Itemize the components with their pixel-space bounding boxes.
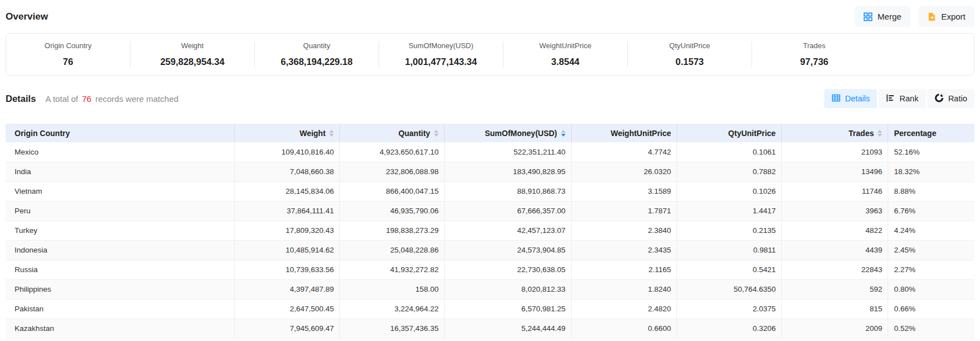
cell-weightunitprice: 26.0320 <box>571 162 677 181</box>
stat-qtyunitprice: QtyUnitPrice0.1573 <box>628 41 752 67</box>
cell-quantity: 25,048,228.86 <box>340 240 445 260</box>
export-button[interactable]: Export <box>918 6 974 27</box>
column-header-weightunitprice: WeightUnitPrice <box>571 124 677 142</box>
cell-origin-country: Peru <box>6 201 234 221</box>
cell-qtyunitprice: 2.0375 <box>677 299 782 319</box>
stat-value: 97,736 <box>752 57 876 67</box>
stat-trades: Trades97,736 <box>752 41 876 67</box>
column-label: Trades <box>848 129 874 138</box>
sort-caret-icon[interactable] <box>561 130 566 137</box>
table-grid-icon <box>832 94 841 104</box>
column-label: Weight <box>300 129 325 138</box>
cell-qtyunitprice: 50,764.6350 <box>677 279 782 299</box>
cell-quantity: 866,400,047.15 <box>340 181 445 201</box>
cell-qtyunitprice: 0.1061 <box>677 142 782 162</box>
merge-button[interactable]: Merge <box>855 6 911 27</box>
cell-sumofmoney-usd: 42,457,123.07 <box>445 221 572 240</box>
cell-percentage: 6.76% <box>888 201 974 221</box>
cell-weightunitprice: 2.3435 <box>571 240 677 260</box>
stat-quantity: Quantity6,368,194,229.18 <box>255 41 379 67</box>
cell-weight: 10,739,633.56 <box>234 260 340 279</box>
overview-stats-card: Origin Country76Weight259,828,954.34Quan… <box>6 33 974 76</box>
table-header-row: Origin CountryWeightQuantitySumOfMoney(U… <box>6 124 974 142</box>
sort-caret-icon[interactable] <box>434 130 438 137</box>
stat-label: QtyUnitPrice <box>628 41 752 50</box>
cell-origin-country: Vietnam <box>6 181 234 201</box>
table-row[interactable]: Philippines4,397,487.89158.008,020,812.3… <box>6 279 974 299</box>
cell-qtyunitprice: 1.4417 <box>677 201 782 221</box>
cell-weight: 4,397,487.89 <box>234 279 340 299</box>
view-button-label: Details <box>845 94 870 103</box>
cell-origin-country: Kazakhstan <box>6 319 234 338</box>
stat-label: WeightUnitPrice <box>503 41 627 50</box>
bar-rank-icon <box>886 94 895 104</box>
cell-qtyunitprice: 0.7882 <box>677 162 782 181</box>
column-header-sumofmoney-usd[interactable]: SumOfMoney(USD) <box>445 124 572 142</box>
table-row[interactable]: Russia10,739,633.5641,932,272.8222,730,6… <box>6 260 974 279</box>
cell-quantity: 46,935,790.06 <box>340 201 445 221</box>
column-header-trades[interactable]: Trades <box>782 124 888 142</box>
cell-weightunitprice: 2.1165 <box>571 260 677 279</box>
cell-weightunitprice: 3.1589 <box>571 181 677 201</box>
cell-percentage: 8.88% <box>888 181 974 201</box>
table-row[interactable]: Mexico109,410,816.404,923,650,617.10522,… <box>6 142 974 162</box>
cell-quantity: 4,923,650,617.10 <box>340 142 445 162</box>
cell-trades: 4822 <box>782 221 888 240</box>
view-button-rank[interactable]: Rank <box>879 89 926 108</box>
cell-trades: 22843 <box>782 260 888 279</box>
caret-up-icon <box>329 130 334 133</box>
column-label: QtyUnitPrice <box>728 129 776 138</box>
table-row[interactable]: India7,048,660.38232,806,088.98183,490,8… <box>6 162 974 181</box>
topbar-actions: Merge Export <box>855 6 974 27</box>
view-button-details[interactable]: Details <box>824 89 877 108</box>
export-button-label: Export <box>941 12 965 21</box>
merge-icon <box>864 12 872 21</box>
cell-percentage: 0.66% <box>888 299 974 319</box>
caret-up-icon <box>434 130 438 133</box>
cell-weight: 109,410,816.40 <box>234 142 340 162</box>
cell-trades: 592 <box>782 279 888 299</box>
column-header-weight[interactable]: Weight <box>234 124 340 142</box>
stat-value: 1,001,477,143.34 <box>379 57 503 67</box>
sort-caret-icon[interactable] <box>878 130 882 137</box>
cell-sumofmoney-usd: 522,351,211.40 <box>445 142 572 162</box>
donut-chart-icon <box>935 94 944 104</box>
cell-qtyunitprice: 0.1026 <box>677 181 782 201</box>
cell-quantity: 16,357,436.35 <box>340 319 445 338</box>
cell-quantity: 3,224,964.22 <box>340 299 445 319</box>
stat-value: 3.8544 <box>503 57 627 67</box>
table-row[interactable]: Turkey17,809,320.43198,838,273.2942,457,… <box>6 221 974 240</box>
cell-quantity: 232,806,088.98 <box>340 162 445 181</box>
cell-origin-country: Pakistan <box>6 299 234 319</box>
cell-weightunitprice: 2.3840 <box>571 221 677 240</box>
cell-sumofmoney-usd: 6,570,981.25 <box>445 299 572 319</box>
column-header-qtyunitprice: QtyUnitPrice <box>677 124 782 142</box>
cell-weight: 28,145,834.06 <box>234 181 340 201</box>
cell-trades: 13496 <box>782 162 888 181</box>
cell-origin-country: Turkey <box>6 221 234 240</box>
table-row[interactable]: Pakistan2,647,500.453,224,964.226,570,98… <box>6 299 974 319</box>
table-row[interactable]: Vietnam28,145,834.06866,400,047.1588,910… <box>6 181 974 201</box>
details-table: Origin CountryWeightQuantitySumOfMoney(U… <box>6 124 974 339</box>
table-row[interactable]: Peru37,864,111.4146,935,790.0667,666,357… <box>6 201 974 221</box>
cell-origin-country: Mexico <box>6 142 234 162</box>
cell-qtyunitprice: 0.5421 <box>677 260 782 279</box>
view-button-ratio[interactable]: Ratio <box>927 89 974 108</box>
cell-qtyunitprice: 0.3206 <box>677 319 782 338</box>
column-header-quantity[interactable]: Quantity <box>340 124 445 142</box>
column-header-percentage: Percentage <box>888 124 974 142</box>
cell-weight: 37,864,111.41 <box>234 201 340 221</box>
stat-weight: Weight259,828,954.34 <box>130 41 255 67</box>
cell-trades: 815 <box>782 299 888 319</box>
caret-down-icon <box>878 134 882 137</box>
view-button-label: Ratio <box>948 94 967 103</box>
table-row[interactable]: Indonesia10,485,914.6225,048,228.8624,57… <box>6 240 974 260</box>
cell-sumofmoney-usd: 67,666,357.00 <box>445 201 572 221</box>
table-row[interactable]: Kazakhstan7,945,609.4716,357,436.355,244… <box>6 319 974 338</box>
cell-quantity: 158.00 <box>340 279 445 299</box>
cell-trades: 4439 <box>782 240 888 260</box>
sort-caret-icon[interactable] <box>329 130 334 137</box>
match-prefix: A total of <box>45 94 78 104</box>
cell-quantity: 41,932,272.82 <box>340 260 445 279</box>
cell-weight: 2,647,500.45 <box>234 299 340 319</box>
